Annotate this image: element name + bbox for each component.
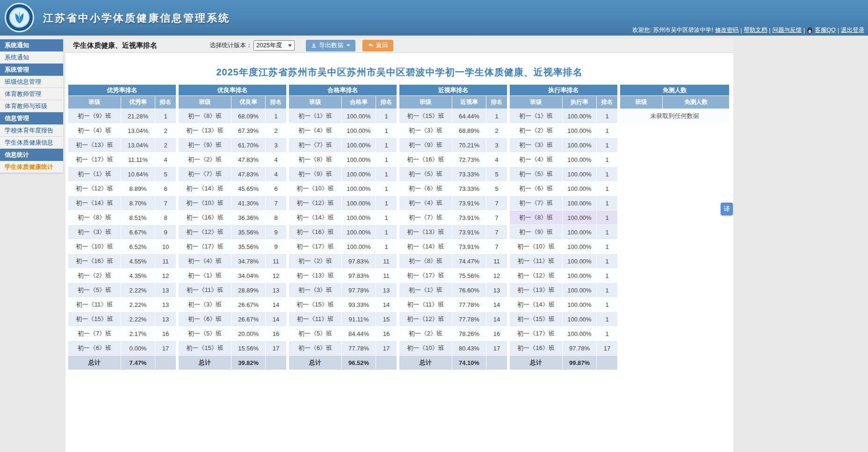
table-cell: 初一《12》班 (68, 182, 121, 196)
table-cell: 1 (597, 283, 617, 297)
welcome-text: 欢迎您: 苏州市吴中区碧波中学! (632, 26, 713, 34)
table-row: 初一《16》班36.36%8 (179, 211, 286, 225)
version-select[interactable]: 2025年度 (253, 40, 295, 51)
table-cell: 初一《17》班 (510, 327, 562, 341)
table-cell: 初一《11》班 (179, 283, 231, 297)
table-cell: 1 (597, 254, 617, 268)
table-cell: 9 (266, 225, 286, 239)
table-row: 初一《15》班93.33%14 (289, 298, 397, 312)
sidebar-section-header[interactable]: 系统通知 (0, 39, 63, 51)
table-row: 初一《14》班73.91%7 (399, 240, 507, 254)
table-cell: 100.00% (342, 167, 376, 181)
table-cell: 100.00% (563, 167, 596, 181)
table-cell: 13 (266, 283, 286, 297)
table-cell: 初一《3》班 (289, 283, 341, 297)
table-header-row: 班级近视率排名 (399, 96, 507, 109)
sidebar-item[interactable]: 体育教师管理 (0, 88, 63, 100)
table-cell: 7 (266, 196, 286, 210)
table-cell: 2 (486, 124, 507, 138)
table-cell: 总计 (68, 356, 121, 370)
sidebar-section-header[interactable]: 信息统计 (0, 149, 63, 161)
sidebar-section-header[interactable]: 系统管理 (0, 64, 63, 76)
table-cell: 初一《9》班 (179, 138, 231, 152)
table-title-row: 优秀率排名 (68, 85, 176, 95)
table-cell: 初一《16》班 (289, 225, 341, 239)
link-separator: | (769, 27, 770, 34)
table-cell: 4 (266, 167, 286, 181)
table-cell: 76.60% (452, 283, 486, 297)
translate-float-button[interactable]: 译 (721, 203, 733, 215)
table-cell: 17 (266, 341, 286, 355)
link-separator: | (740, 27, 742, 34)
table-cell: 100.00% (342, 138, 376, 152)
table-cell: 初一《1》班 (179, 269, 231, 283)
table-cell: 45.65% (231, 182, 265, 196)
table-row: 初一《11》班2.22%13 (68, 298, 176, 312)
table-cell: 总计 (179, 356, 231, 370)
table-cell: 77.78% (452, 298, 486, 312)
table-cell: 16 (486, 327, 507, 341)
table-cell: 初一《3》班 (68, 225, 121, 239)
table-column-header: 班级 (68, 96, 121, 109)
table-cell: 7 (486, 225, 507, 239)
table-cell: 2 (266, 124, 286, 138)
sidebar-section-header[interactable]: 信息管理 (0, 112, 63, 124)
table-cell: 初一《14》班 (68, 196, 121, 210)
sidebar-item[interactable]: 班级信息管理 (0, 76, 63, 88)
qq-service-link[interactable]: 客服QQ (815, 26, 835, 34)
table-row: 初一《7》班73.91%7 (399, 211, 507, 225)
table-cell: 12 (266, 269, 286, 283)
feedback-link[interactable]: 问题与反馈 (773, 26, 802, 34)
sidebar-item[interactable]: 体育教师与班级 (0, 100, 63, 112)
table-cell: 1 (376, 211, 397, 225)
table-cell: 73.91% (452, 240, 486, 254)
table-header-row: 班级优良率排名 (179, 96, 286, 109)
table-cell: 初一《6》班 (179, 312, 231, 326)
table-cell: 77.78% (452, 312, 486, 326)
sidebar-item[interactable]: 学校体育年度报告 (0, 124, 63, 137)
no-data-message: 未获取到任何数据 (620, 109, 729, 123)
help-doc-link[interactable]: 帮助文档 (744, 26, 767, 34)
table-cell: 初一《3》班 (179, 298, 231, 312)
table-cell: 70.21% (452, 138, 486, 152)
table-cell: 2.22% (121, 312, 155, 326)
table-cell (266, 356, 286, 370)
table-cell: 初一《7》班 (289, 138, 341, 152)
export-data-button[interactable]: 导出数据 (306, 40, 355, 51)
table-cell: 1 (597, 153, 617, 167)
table-cell: 总计 (289, 356, 341, 370)
table-cell: 初一《8》班 (179, 109, 231, 123)
table-cell: 75.56% (452, 269, 486, 283)
table-row: 初一《9》班100.00%1 (289, 167, 397, 181)
table-cell: 1 (597, 167, 617, 181)
back-button[interactable]: 返回 (362, 40, 393, 51)
sidebar-item[interactable]: 学生体质健康信息 (0, 137, 63, 149)
table-row: 初一《10》班41.30%7 (179, 196, 286, 210)
table-column-header: 免测人数 (663, 96, 729, 109)
table-cell: 初一《16》班 (399, 153, 452, 167)
table-cell: 3 (486, 138, 507, 152)
table-row: 初一《1》班100.00%1 (289, 109, 397, 123)
table-row: 初一《5》班2.22%13 (68, 283, 176, 297)
table-cell: 100.00% (563, 240, 596, 254)
sidebar-item[interactable]: 学生体质健康统计 (0, 161, 63, 173)
table-cell: 7.47% (121, 356, 155, 370)
table-row: 初一《10》班100.00%1 (289, 182, 397, 196)
table-cell: 11 (376, 269, 397, 283)
sidebar-item[interactable]: 系统通知 (0, 51, 63, 64)
table-cell: 1 (376, 196, 397, 210)
table-cell (155, 356, 176, 370)
table-cell: 17 (155, 341, 176, 355)
logout-link[interactable]: 退出登录 (841, 26, 864, 34)
table-cell: 100.00% (342, 240, 376, 254)
table-cell: 初一《8》班 (289, 153, 341, 167)
table-cell: 总计 (510, 356, 562, 370)
change-password-link[interactable]: 修改密码 (715, 26, 738, 34)
table-column-header: 排名 (597, 96, 617, 109)
table-row: 初一《13》班73.91%7 (399, 225, 507, 239)
table-cell: 初一《2》班 (399, 327, 452, 341)
table-cell: 初一《2》班 (289, 254, 341, 268)
ranking-table: 免测人数班级免测人数未获取到任何数据 (620, 84, 730, 124)
table-cell: 1 (376, 138, 397, 152)
table-row: 初一《4》班73.91%7 (399, 196, 507, 210)
